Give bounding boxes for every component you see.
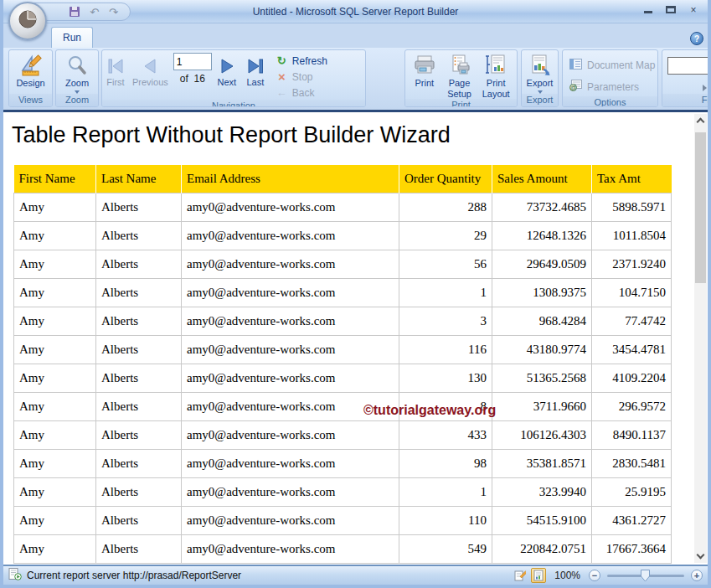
cell-first-name: Amy [14,477,96,506]
help-button[interactable]: ? [690,32,703,45]
table-row: Amy Alberts amy0@adventure-works.com 116… [14,335,672,364]
scrollbar-thumb[interactable] [695,132,706,283]
cell-sales-amount: 35381.8571 [492,449,592,477]
tab-run[interactable]: Run [51,27,93,48]
cell-first-name: Amy [14,534,96,563]
undo-icon[interactable]: ↶ [90,7,99,18]
cell-email: amy0@adventure-works.com [182,307,399,335]
cell-sales-amount: 323.9940 [492,477,592,506]
document-map-button[interactable]: Document Map [564,56,655,75]
design-icon [19,53,43,78]
cell-email: amy0@adventure-works.com [182,193,399,221]
first-page-button[interactable]: First [106,55,126,88]
zoom-slider-thumb[interactable] [641,570,650,585]
refresh-button[interactable]: ↻ Refresh [276,54,327,68]
first-page-icon [106,55,126,77]
previous-page-icon [140,55,160,77]
next-page-button[interactable]: Next [217,55,237,88]
design-view-toggle[interactable] [513,568,528,583]
cell-order-quantity: 29 [399,221,492,250]
cell-first-name: Amy [14,335,96,364]
scroll-up-icon[interactable] [697,118,705,126]
page-number-input[interactable] [173,53,212,70]
table-row: Amy Alberts amy0@adventure-works.com 3 9… [14,307,672,335]
ribbon-tab-row: Run [3,23,708,48]
stop-button[interactable]: × Stop [276,70,327,84]
cell-tax-amt: 17667.3664 [592,534,672,563]
design-button[interactable]: Design [11,53,50,89]
cell-order-quantity: 1 [399,278,492,307]
close-button[interactable]: × [688,4,699,16]
cell-last-name: Alberts [96,335,182,364]
cell-sales-amount: 51365.2568 [492,364,592,392]
cell-email: amy0@adventure-works.com [182,221,399,250]
last-page-button[interactable]: Last [245,55,265,88]
cell-order-quantity: 3 [399,307,492,335]
zoom-label: Zoom [65,78,89,89]
find-input[interactable] [667,57,711,75]
previous-page-button[interactable]: Previous [132,55,168,88]
export-button[interactable]: Export [523,53,556,94]
page-setup-button[interactable]: Page Setup [442,53,477,99]
redo-icon[interactable]: ↷ [109,7,118,18]
vertical-scrollbar[interactable] [694,114,707,563]
design-label: Design [16,78,44,89]
cell-last-name: Alberts [96,250,182,278]
status-text: Current report server http://prasad/Repo… [27,570,241,581]
next-page-icon [217,55,237,77]
table-row: Amy Alberts amy0@adventure-works.com 56 … [14,250,672,278]
maximize-button[interactable] [665,4,677,16]
cell-email: amy0@adventure-works.com [182,420,399,449]
export-icon [529,53,551,78]
print-layout-icon [484,53,507,78]
parameters-button[interactable]: @ Parameters [564,78,655,96]
cell-order-quantity: 288 [399,193,492,221]
back-icon: ← [276,87,288,98]
table-row: Amy Alberts amy0@adventure-works.com 8 3… [14,392,672,420]
column-header: Order Quantity [399,165,492,193]
parameters-label: Parameters [587,81,639,93]
next-label: Next [217,77,236,88]
back-button[interactable]: ← Back [276,85,327,100]
ribbon-group-views: Design Views [8,49,53,107]
cell-email: amy0@adventure-works.com [182,534,399,563]
cell-tax-amt: 296.9572 [592,392,672,420]
print-layout-button[interactable]: Print Layout [477,53,515,99]
office-button[interactable] [8,2,47,40]
cell-order-quantity: 116 [399,335,492,364]
print-button[interactable]: Print [407,53,442,89]
document-map-label: Document Map [587,59,655,71]
zoom-button[interactable]: Zoom [58,53,96,94]
print-group-label: Print [405,99,517,107]
stop-icon: × [276,70,288,83]
table-row: Amy Alberts amy0@adventure-works.com 130… [14,364,672,392]
cell-tax-amt: 3454.4781 [592,335,672,364]
run-view-icon [533,570,544,581]
refresh-label: Refresh [292,55,327,67]
cell-sales-amount: 29649.0509 [492,250,592,278]
cell-tax-amt: 4109.2204 [592,364,672,392]
column-header: First Name [14,165,96,193]
scroll-down-icon[interactable] [697,551,705,560]
zoom-out-button[interactable]: − [589,570,600,581]
cell-order-quantity: 110 [399,506,492,534]
ribbon-overflow-arrow-icon[interactable] [703,85,707,91]
cell-email: amy0@adventure-works.com [182,477,399,506]
zoom-slider-track[interactable] [607,575,684,577]
cell-first-name: Amy [14,506,96,534]
magnifier-icon [66,53,88,78]
print-label: Print [415,78,435,89]
run-view-toggle[interactable] [531,568,546,583]
save-icon[interactable] [70,7,80,17]
cell-email: amy0@adventure-works.com [182,449,399,477]
cell-sales-amount: 73732.4685 [492,193,592,221]
cell-order-quantity: 1 [399,477,492,506]
last-label: Last [246,77,264,88]
zoom-in-button[interactable]: + [691,570,703,581]
cell-tax-amt: 1011.8504 [592,221,672,250]
minimize-button[interactable] [642,4,654,16]
cell-last-name: Alberts [96,449,182,477]
ribbon-group-find: Fi [662,49,711,107]
cell-last-name: Alberts [96,506,182,534]
report-table-body: Amy Alberts amy0@adventure-works.com 288… [14,193,672,563]
